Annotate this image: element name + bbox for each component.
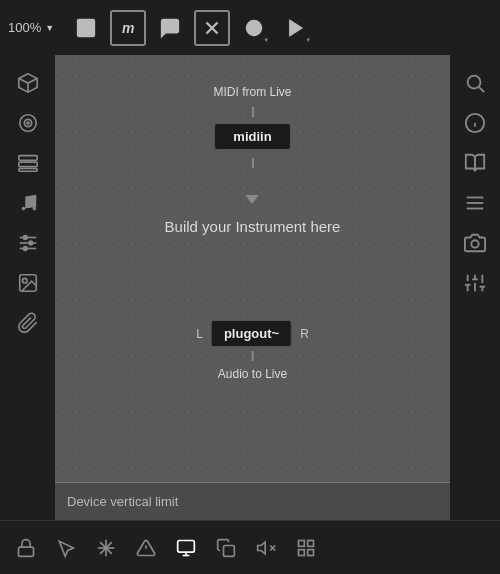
play-icon[interactable]	[278, 10, 314, 46]
svg-point-26	[468, 76, 481, 89]
audio-to-live-label: Audio to Live	[218, 367, 287, 381]
svg-point-34	[471, 240, 478, 247]
svg-line-27	[479, 87, 484, 92]
copy-icon[interactable]	[208, 530, 244, 566]
svg-rect-14	[18, 169, 36, 172]
svg-point-11	[27, 122, 29, 124]
midi-target-icon[interactable]	[10, 105, 46, 141]
right-sidebar	[450, 55, 500, 520]
pointer-icon[interactable]	[48, 530, 84, 566]
zoom-control[interactable]: 100% ▼	[8, 20, 54, 35]
bottom-toolbar	[0, 520, 500, 574]
left-sidebar	[0, 55, 55, 520]
list-icon[interactable]	[457, 185, 493, 221]
zoom-value: 100%	[8, 20, 41, 35]
right-channel-label: R	[300, 327, 309, 341]
mute-icon[interactable]	[248, 530, 284, 566]
audio-to-live-block: L plugout~ R Audio to Live	[196, 320, 309, 381]
rack-icon[interactable]	[10, 145, 46, 181]
build-instrument-label: Build your Instrument here	[165, 218, 341, 235]
zoom-arrow-icon: ▼	[45, 23, 54, 33]
build-instrument-area: Build your Instrument here	[165, 195, 341, 243]
main-area: MIDI from Live midiin Build your Instrum…	[0, 55, 500, 520]
device-limit-bar: Device vertical limit	[55, 482, 450, 520]
midi-m-icon[interactable]: m	[110, 10, 146, 46]
search-icon[interactable]	[457, 65, 493, 101]
plugout-row: L plugout~ R	[196, 320, 309, 347]
sequencer-icon[interactable]	[10, 225, 46, 261]
close-icon[interactable]	[194, 10, 230, 46]
record-icon[interactable]	[236, 10, 272, 46]
center-canvas: MIDI from Live midiin Build your Instrum…	[55, 55, 450, 520]
svg-rect-54	[224, 545, 235, 556]
device-limit-label: Device vertical limit	[67, 494, 178, 509]
left-channel-label: L	[196, 327, 203, 341]
top-toolbar: 100% ▼ m	[0, 0, 500, 55]
connector-bottom	[251, 158, 253, 168]
midi-from-live-block: MIDI from Live midiin	[213, 85, 291, 168]
note-icon[interactable]	[10, 185, 46, 221]
comment-icon[interactable]	[152, 10, 188, 46]
audio-connector	[251, 351, 253, 361]
midiin-box[interactable]: midiin	[214, 123, 290, 150]
svg-point-20	[23, 247, 27, 251]
midi-m-label: m	[122, 20, 134, 36]
svg-point-6	[251, 25, 257, 31]
sliders-icon[interactable]	[457, 265, 493, 301]
grid-icon[interactable]	[288, 530, 324, 566]
svg-rect-58	[299, 540, 305, 546]
svg-point-25	[22, 278, 27, 283]
svg-rect-60	[299, 549, 305, 555]
midi-from-live-label: MIDI from Live	[213, 85, 291, 99]
svg-rect-12	[18, 156, 36, 161]
presentation-icon[interactable]	[168, 530, 204, 566]
instruments-icon[interactable]	[10, 65, 46, 101]
svg-point-19	[28, 241, 32, 245]
svg-rect-44	[19, 547, 34, 556]
layout-icon[interactable]	[68, 10, 104, 46]
lock-icon[interactable]	[8, 530, 44, 566]
camera-icon[interactable]	[457, 225, 493, 261]
book-icon[interactable]	[457, 145, 493, 181]
svg-marker-7	[290, 19, 303, 36]
svg-point-18	[23, 236, 27, 240]
plugout-box[interactable]: plugout~	[211, 320, 292, 347]
clip-icon[interactable]	[10, 305, 46, 341]
svg-rect-51	[178, 540, 195, 552]
info-icon[interactable]	[457, 105, 493, 141]
freeze-icon[interactable]	[88, 530, 124, 566]
down-arrow-icon	[245, 195, 259, 204]
svg-marker-55	[258, 542, 266, 554]
svg-rect-61	[308, 549, 314, 555]
warning-icon[interactable]	[128, 530, 164, 566]
svg-rect-59	[308, 540, 314, 546]
connector-top	[251, 107, 253, 117]
browser-icon[interactable]	[10, 265, 46, 301]
svg-rect-13	[18, 162, 36, 167]
